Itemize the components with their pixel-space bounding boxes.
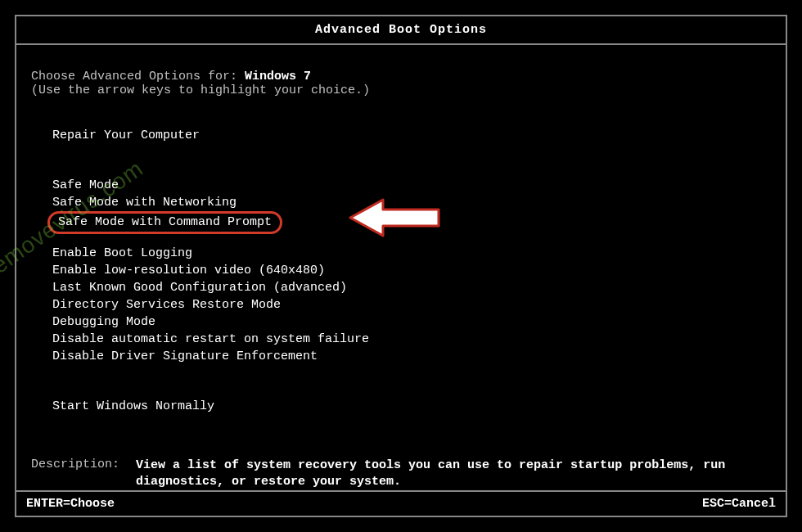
option-safe-mode-cmd[interactable]: Safe Mode with Command Prompt [47,211,282,234]
title-bar: Advanced Boot Options [16,16,786,45]
footer-enter-hint: ENTER=Choose [26,497,115,511]
os-name: Windows 7 [245,70,311,83]
option-safe-mode-networking[interactable]: Safe Mode with Networking [47,194,241,212]
content-area: Choose Advanced Options for: Windows 7 (… [16,45,786,490]
option-disable-auto-restart[interactable]: Disable automatic restart on system fail… [47,331,374,349]
boot-options-frame: Advanced Boot Options Choose Advanced Op… [15,15,787,517]
option-repair-computer[interactable]: Repair Your Computer [47,127,205,145]
choose-prefix: Choose Advanced Options for: [31,70,245,83]
description-label: Description: [31,458,119,490]
description-block: Description: View a list of system recov… [31,458,771,490]
option-dsrm[interactable]: Directory Services Restore Mode [47,296,286,314]
description-text: View a list of system recovery tools you… [136,458,771,490]
option-disable-driver-sig[interactable]: Disable Driver Signature Enforcement [47,348,322,366]
option-start-windows-normally[interactable]: Start Windows Normally [47,398,219,416]
choose-line: Choose Advanced Options for: Windows 7 [31,70,771,83]
option-debugging-mode[interactable]: Debugging Mode [47,313,160,331]
option-low-res-video[interactable]: Enable low-resolution video (640x480) [47,262,330,280]
hint-line: (Use the arrow keys to highlight your ch… [31,83,771,97]
option-boot-logging[interactable]: Enable Boot Logging [47,245,197,263]
option-last-known-good[interactable]: Last Known Good Configuration (advanced) [47,279,352,297]
option-safe-mode[interactable]: Safe Mode [47,177,124,195]
options-list: Repair Your Computer Safe Mode Safe Mode… [47,127,771,415]
page-title: Advanced Boot Options [315,23,487,37]
footer-bar: ENTER=Choose ESC=Cancel [16,490,786,516]
footer-esc-hint: ESC=Cancel [702,497,776,511]
